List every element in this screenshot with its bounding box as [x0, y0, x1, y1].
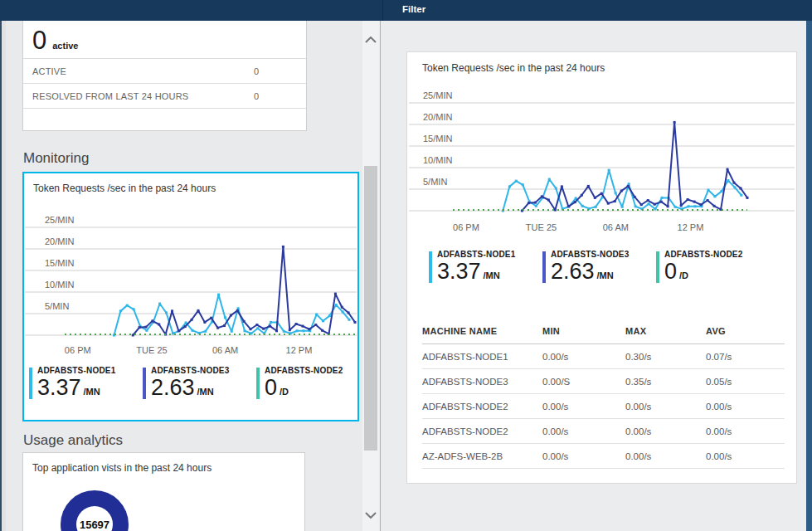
scrollbar-thumb[interactable] — [364, 166, 377, 451]
table-cell: ADFABSTS-NODE2 — [422, 402, 542, 412]
alerts-row-active: ACTIVE 0 — [23, 59, 306, 84]
token-requests-chart: 25/MIN20/MIN15/MIN10/MIN5/MIN06 PMTUE 25… — [409, 84, 796, 237]
scroll-down-button[interactable] — [362, 506, 379, 524]
series-name: ADFABSTS-NODE3 — [151, 366, 229, 375]
chevron-down-icon — [365, 512, 377, 519]
series-value-unit: /D — [679, 270, 688, 280]
alerts-count: 0 — [32, 26, 46, 56]
svg-text:20/MIN: 20/MIN — [45, 236, 75, 246]
series-name: ADFABSTS-NODE1 — [437, 250, 515, 259]
token-requests-tile-selected[interactable]: Token Requests /sec in the past 24 hours… — [22, 172, 359, 421]
svg-text:25/MIN: 25/MIN — [423, 90, 453, 100]
table-cell: 0.00/s — [542, 402, 625, 412]
series-value-unit: /D — [280, 387, 289, 397]
svg-text:06 PM: 06 PM — [453, 222, 479, 232]
table-cell: ADFABSTS-NODE1 — [422, 352, 542, 362]
table-cell: 0.00/s — [625, 426, 706, 436]
table-row: AZ-ADFS-WEB-2B0.00/s0.00/s0.00/s — [422, 444, 785, 469]
table-cell: 0.00/s — [706, 402, 785, 412]
table-cell: 0.00/s — [542, 352, 625, 362]
series-color-bar — [656, 251, 659, 283]
overview-blade: 0 active ACTIVE 0 RESOLVED FROM LAST 24 … — [6, 21, 362, 531]
svg-text:06 PM: 06 PM — [65, 345, 91, 355]
series-value-unit: /MN — [197, 387, 214, 397]
previous-blade-edge[interactable] — [0, 21, 6, 531]
svg-text:20/MIN: 20/MIN — [423, 112, 453, 122]
svg-text:5/MIN: 5/MIN — [45, 301, 69, 311]
svg-text:10/MIN: 10/MIN — [423, 155, 453, 165]
series-name: ADFABSTS-NODE1 — [37, 366, 115, 375]
series-current-value: 3.37 — [37, 375, 81, 400]
legend-item: ADFABSTS-NODE20/D — [656, 250, 770, 284]
chart-title: Token Requests /sec in the past 24 hours — [422, 62, 796, 74]
machine-stats-table: MACHINE NAMEMINMAXAVGADFABSTS-NODE10.00/… — [422, 318, 785, 469]
alert-row-label: RESOLVED FROM LAST 24 HOURS — [32, 91, 188, 101]
svg-text:10/MIN: 10/MIN — [45, 280, 75, 290]
token-requests-chart: 25/MIN20/MIN15/MIN10/MIN5/MIN06 PMTUE 25… — [25, 211, 357, 358]
svg-text:06 AM: 06 AM — [603, 222, 629, 232]
svg-text:12 PM: 12 PM — [678, 222, 704, 232]
table-cell: 0.00/S — [542, 377, 625, 387]
table-row: ADFABSTS-NODE10.00/s0.30/s0.07/s — [422, 344, 785, 369]
series-name: ADFABSTS-NODE3 — [551, 250, 629, 259]
table-cell: 0.35/s — [625, 377, 706, 387]
legend-item: ADFABSTS-NODE32.63/MN — [542, 250, 656, 284]
table-row: ADFABSTS-NODE30.00/S0.35/s0.05/s — [422, 369, 785, 394]
table-cell: 0.00/s — [625, 451, 706, 461]
chart-legend: ADFABSTS-NODE13.37/MNADFABSTS-NODE32.63/… — [429, 250, 770, 284]
token-requests-detail-blade: Token Requests /sec in the past 24 hours… — [381, 21, 806, 531]
alert-row-label: ACTIVE — [32, 66, 66, 76]
blade-scrollbar[interactable] — [362, 21, 379, 531]
applications-donut-chart: 15697 — [61, 490, 129, 531]
table-cell: 0.07/s — [706, 352, 785, 362]
alert-row-value: 0 — [254, 66, 259, 76]
table-header-row: MACHINE NAMEMINMAXAVG — [422, 318, 785, 344]
table-header-cell: MACHINE NAME — [422, 326, 542, 336]
series-value-unit: /MN — [597, 270, 614, 280]
alerts-count-row: 0 active — [23, 21, 306, 59]
series-color-bar — [143, 368, 146, 399]
table-row: ADFABSTS-NODE20.00/s0.00/s0.00/s — [422, 419, 785, 444]
alerts-tile[interactable]: 0 active ACTIVE 0 RESOLVED FROM LAST 24 … — [22, 21, 307, 131]
svg-text:TUE 25: TUE 25 — [136, 345, 167, 355]
chevron-up-icon — [365, 37, 377, 43]
table-cell: 0.00/s — [625, 402, 706, 412]
usage-chart-title: Top application vists in the past 24 hou… — [32, 462, 304, 474]
svg-text:06 AM: 06 AM — [212, 345, 238, 355]
table-cell: AZ-ADFS-WEB-2B — [422, 451, 542, 461]
alerts-row-resolved: RESOLVED FROM LAST 24 HOURS 0 — [23, 84, 306, 109]
table-cell: ADFABSTS-NODE3 — [422, 377, 542, 387]
svg-text:15/MIN: 15/MIN — [423, 134, 453, 144]
table-row: ADFABSTS-NODE20.00/s0.00/s0.00/s — [422, 394, 785, 419]
svg-text:12 PM: 12 PM — [286, 345, 313, 355]
next-blade-edge[interactable] — [806, 21, 812, 531]
svg-text:25/MIN: 25/MIN — [45, 215, 75, 225]
series-current-value: 0 — [265, 375, 277, 400]
filter-button[interactable]: Filter — [402, 4, 425, 14]
alert-row-value: 0 — [254, 91, 259, 101]
table-cell: 0.30/s — [625, 352, 706, 362]
legend-item: ADFABSTS-NODE32.63/MN — [143, 366, 256, 400]
table-header-cell: MAX — [625, 326, 706, 336]
header-blade-divider — [382, 0, 383, 21]
table-cell: 0.05/s — [706, 377, 785, 387]
series-current-value: 0 — [664, 259, 677, 284]
series-color-bar — [429, 251, 432, 283]
table-cell: 0.00/s — [542, 451, 625, 461]
table-cell: 0.00/s — [542, 426, 625, 436]
table-cell: 0.00/s — [706, 426, 785, 436]
table-cell: 0.00/s — [706, 451, 785, 461]
series-current-value: 2.63 — [151, 375, 195, 400]
series-color-bar — [29, 368, 32, 399]
scroll-up-button[interactable] — [362, 31, 379, 49]
top-applications-tile[interactable]: Top application vists in the past 24 hou… — [22, 452, 305, 531]
alerts-count-label: active — [52, 41, 78, 51]
svg-text:TUE 25: TUE 25 — [526, 222, 557, 232]
donut-total-value: 15697 — [76, 506, 113, 531]
token-requests-detail-card: Token Requests /sec in the past 24 hours… — [406, 51, 797, 484]
series-name: ADFABSTS-NODE2 — [664, 250, 742, 259]
top-command-bar: Filter — [0, 0, 812, 21]
svg-text:5/MIN: 5/MIN — [423, 177, 447, 187]
legend-item: ADFABSTS-NODE20/D — [256, 366, 370, 400]
table-cell: ADFABSTS-NODE2 — [422, 426, 542, 436]
